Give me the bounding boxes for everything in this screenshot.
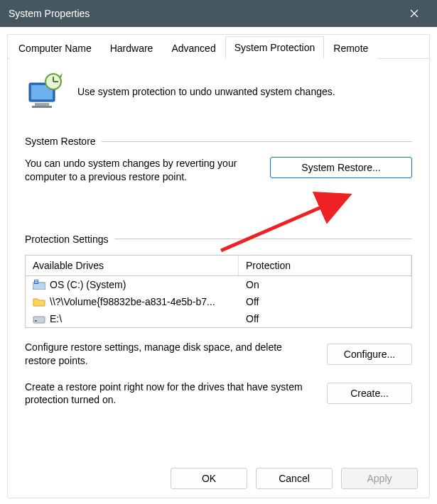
column-header-protection[interactable]: Protection bbox=[239, 256, 411, 275]
configure-button[interactable]: Configure... bbox=[327, 344, 412, 365]
apply-button[interactable]: Apply bbox=[341, 468, 418, 489]
svg-rect-11 bbox=[35, 320, 37, 322]
svg-rect-10 bbox=[33, 317, 45, 323]
create-button[interactable]: Create... bbox=[327, 383, 412, 404]
ok-button[interactable]: OK bbox=[171, 468, 247, 489]
drive-name: OS (C:) (System) bbox=[50, 279, 126, 290]
cancel-button[interactable]: Cancel bbox=[256, 468, 333, 489]
table-row[interactable]: \\?\Volume{f98832be-a831-4e5b-b7... Off bbox=[26, 293, 411, 310]
close-icon bbox=[410, 9, 419, 18]
folder-icon bbox=[33, 297, 45, 307]
tab-hardware[interactable]: Hardware bbox=[101, 37, 163, 59]
svg-rect-3 bbox=[32, 106, 52, 108]
create-description: Create a restore point right now for the… bbox=[25, 380, 315, 407]
tab-bar: Computer Name Hardware Advanced System P… bbox=[8, 35, 429, 59]
drive-protection-status: On bbox=[239, 278, 411, 292]
os-drive-icon bbox=[33, 280, 45, 290]
column-header-drives[interactable]: Available Drives bbox=[26, 256, 239, 275]
titlebar: System Properties bbox=[0, 0, 437, 27]
table-row[interactable]: E:\ Off bbox=[26, 310, 411, 327]
svg-rect-9 bbox=[35, 282, 38, 283]
red-arrow-annotation bbox=[214, 187, 377, 258]
drive-protection-status: Off bbox=[239, 295, 411, 309]
system-restore-button[interactable]: System Restore... bbox=[270, 157, 412, 178]
system-properties-window: System Properties Computer Name Hardware… bbox=[0, 0, 437, 504]
drive-protection-status: Off bbox=[239, 312, 411, 326]
intro-text: Use system protection to undo unwanted s… bbox=[77, 86, 335, 97]
window-title: System Properties bbox=[9, 8, 90, 19]
table-row[interactable]: OS (C:) (System) On bbox=[26, 276, 411, 293]
drives-table: Available Drives Protection OS (C:) (Sys… bbox=[25, 255, 412, 328]
protection-settings-group-label: Protection Settings bbox=[25, 234, 109, 245]
drive-name: E:\ bbox=[50, 313, 62, 324]
tab-advanced[interactable]: Advanced bbox=[162, 37, 225, 59]
svg-rect-2 bbox=[35, 103, 49, 106]
svg-rect-8 bbox=[35, 280, 38, 281]
fixed-drive-icon bbox=[33, 314, 45, 324]
tab-computer-name[interactable]: Computer Name bbox=[9, 37, 101, 59]
tab-system-protection[interactable]: System Protection bbox=[225, 36, 325, 59]
tab-remote[interactable]: Remote bbox=[324, 37, 377, 59]
close-button[interactable] bbox=[400, 0, 428, 27]
system-restore-description: You can undo system changes by reverting… bbox=[25, 157, 259, 184]
drive-name: \\?\Volume{f98832be-a831-4e5b-b7... bbox=[50, 296, 215, 307]
configure-description: Configure restore settings, manage disk … bbox=[25, 341, 315, 368]
system-protection-icon bbox=[25, 72, 65, 111]
system-restore-group-label: System Restore bbox=[25, 136, 96, 147]
dialog-footer: OK Cancel Apply bbox=[8, 459, 429, 498]
